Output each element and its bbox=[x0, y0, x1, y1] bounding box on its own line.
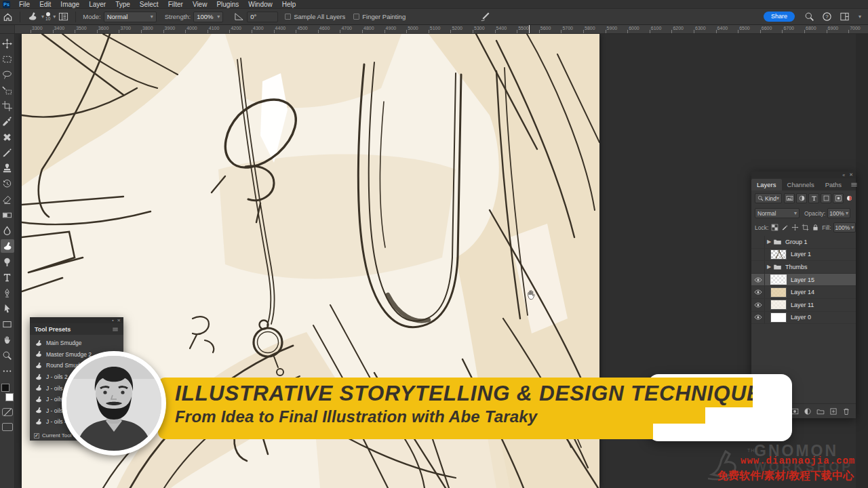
visibility-toggle-empty[interactable] bbox=[751, 249, 765, 261]
visibility-toggle-empty[interactable] bbox=[751, 261, 765, 273]
object-selection-tool[interactable] bbox=[1, 83, 14, 97]
history-brush-tool[interactable] bbox=[1, 177, 14, 190]
layer-thumbnail[interactable] bbox=[770, 287, 787, 298]
path-selection-tool[interactable] bbox=[1, 302, 14, 315]
delete-layer-icon[interactable] bbox=[842, 407, 850, 415]
panel-menu-icon[interactable] bbox=[112, 326, 119, 333]
tool-presets-title-bar[interactable]: Tool Presets bbox=[30, 323, 123, 335]
dodge-tool[interactable] bbox=[1, 255, 14, 268]
edit-toolbar-icon[interactable] bbox=[1, 364, 14, 378]
eyedropper-tool[interactable] bbox=[1, 115, 14, 128]
layer-row-thumbs[interactable]: ▶Thumbs bbox=[751, 261, 856, 274]
menu-select[interactable]: Select bbox=[135, 0, 163, 9]
search-icon[interactable] bbox=[804, 12, 814, 22]
lock-transparent-icon[interactable] bbox=[770, 223, 779, 232]
layer-group-icon[interactable] bbox=[816, 407, 825, 415]
layer-row-group-1[interactable]: ▶Group 1 bbox=[751, 236, 856, 249]
strength-select[interactable]: 100%▾ bbox=[193, 12, 223, 22]
tool-preset-picker[interactable] bbox=[24, 12, 40, 22]
tab-layers[interactable]: Layers bbox=[751, 179, 782, 190]
shape-tool[interactable] bbox=[1, 317, 14, 331]
workspace-switcher-icon[interactable] bbox=[840, 12, 850, 22]
angle-field[interactable]: 0° bbox=[247, 12, 278, 22]
tab-paths[interactable]: Paths bbox=[820, 179, 847, 190]
close-panel-icon[interactable]: ✕ bbox=[117, 318, 121, 323]
lasso-tool[interactable] bbox=[1, 68, 14, 81]
marquee-tool[interactable] bbox=[1, 52, 14, 66]
help-icon[interactable]: ? bbox=[822, 12, 832, 22]
filter-shape-icon[interactable] bbox=[821, 193, 831, 203]
blend-mode-select[interactable]: Normal ▾ bbox=[755, 208, 800, 218]
pen-tool[interactable] bbox=[1, 286, 14, 300]
menu-plugins[interactable]: Plugins bbox=[212, 0, 243, 9]
blur-tool[interactable] bbox=[1, 224, 14, 237]
filter-kind-select[interactable]: Kind ▾ bbox=[755, 193, 782, 203]
opacity-field[interactable]: 100% ▾ bbox=[827, 208, 850, 218]
layer-row-layer-11[interactable]: Layer 11 bbox=[751, 299, 856, 312]
airbrush-icon[interactable] bbox=[477, 12, 493, 22]
fill-field[interactable]: 100% ▾ bbox=[833, 222, 856, 232]
visibility-toggle-empty[interactable] bbox=[751, 236, 765, 248]
layer-row-layer-1[interactable]: Layer 1 bbox=[751, 249, 856, 262]
foreground-color[interactable] bbox=[1, 384, 9, 392]
lock-paint-icon[interactable] bbox=[781, 223, 789, 232]
menu-image[interactable]: Image bbox=[56, 0, 84, 9]
home-icon[interactable] bbox=[0, 12, 16, 22]
menu-edit[interactable]: Edit bbox=[35, 0, 56, 9]
hand-tool[interactable] bbox=[1, 333, 14, 346]
menu-filter[interactable]: Filter bbox=[163, 0, 188, 9]
panel-menu-icon[interactable] bbox=[847, 181, 861, 190]
visibility-eye-icon[interactable] bbox=[751, 274, 765, 286]
layer-row-layer-15[interactable]: Layer 15 bbox=[751, 274, 856, 287]
share-button[interactable]: Share bbox=[764, 12, 795, 22]
collapse-panel-icon[interactable]: ▪ bbox=[112, 318, 113, 323]
menu-window[interactable]: Window bbox=[243, 0, 277, 9]
filter-adjustment-icon[interactable] bbox=[796, 193, 807, 203]
move-tool[interactable] bbox=[1, 37, 14, 50]
toggle-brush-panel-icon[interactable] bbox=[56, 12, 71, 22]
layer-thumbnail[interactable] bbox=[770, 300, 787, 310]
layer-thumbnail[interactable] bbox=[770, 249, 787, 260]
mode-select[interactable]: Normal▾ bbox=[104, 12, 157, 22]
background-color[interactable] bbox=[5, 393, 14, 401]
filter-type-icon[interactable] bbox=[808, 193, 819, 203]
type-tool[interactable] bbox=[1, 270, 14, 284]
new-layer-icon[interactable] bbox=[829, 407, 837, 415]
adjustment-layer-icon[interactable] bbox=[804, 407, 812, 415]
filter-toggle-icon[interactable] bbox=[846, 195, 853, 202]
collapse-panel-icon[interactable]: « bbox=[842, 173, 845, 178]
layer-thumbnail[interactable] bbox=[770, 274, 787, 285]
menu-type[interactable]: Type bbox=[111, 0, 135, 9]
menu-view[interactable]: View bbox=[188, 0, 212, 9]
layer-thumbnail[interactable] bbox=[770, 312, 787, 323]
smudge-tool[interactable] bbox=[1, 239, 14, 253]
lock-move-icon[interactable] bbox=[791, 223, 800, 232]
tool-preset-0[interactable]: Main Smudge bbox=[30, 338, 123, 349]
eraser-tool[interactable] bbox=[1, 192, 14, 206]
menu-file[interactable]: File bbox=[14, 0, 35, 9]
lock-artboard-icon[interactable] bbox=[801, 223, 810, 232]
filter-smart-icon[interactable] bbox=[833, 193, 844, 203]
healing-brush-tool[interactable] bbox=[1, 130, 14, 144]
crop-tool[interactable] bbox=[1, 99, 14, 113]
menu-help[interactable]: Help bbox=[277, 0, 301, 9]
tab-channels[interactable]: Channels bbox=[782, 179, 820, 190]
close-panel-icon[interactable]: ✕ bbox=[849, 172, 853, 178]
screen-mode-icon[interactable] bbox=[2, 423, 13, 431]
finger-painting-checkbox[interactable]: Finger Painting bbox=[353, 13, 406, 20]
horizontal-ruler[interactable]: 3300340035003600370038003900400041004200… bbox=[0, 25, 868, 34]
brush-size-preview[interactable]: 10 bbox=[44, 12, 52, 22]
clone-stamp-tool[interactable] bbox=[1, 161, 14, 175]
filter-pixel-icon[interactable] bbox=[784, 193, 795, 203]
expand-group-icon[interactable]: ▶ bbox=[765, 264, 773, 270]
lock-all-icon[interactable] bbox=[811, 223, 820, 232]
expand-group-icon[interactable]: ▶ bbox=[765, 239, 773, 245]
sample-all-layers-checkbox[interactable]: Sample All Layers bbox=[285, 13, 345, 20]
visibility-eye-icon[interactable] bbox=[751, 299, 765, 311]
visibility-eye-icon[interactable] bbox=[751, 286, 765, 298]
layer-row-layer-14[interactable]: Layer 14 bbox=[751, 286, 856, 299]
visibility-eye-icon[interactable] bbox=[751, 312, 765, 324]
quick-mask-icon[interactable] bbox=[2, 408, 13, 416]
layer-row-layer-0[interactable]: Layer 0 bbox=[751, 312, 856, 325]
gradient-tool[interactable] bbox=[1, 208, 14, 222]
